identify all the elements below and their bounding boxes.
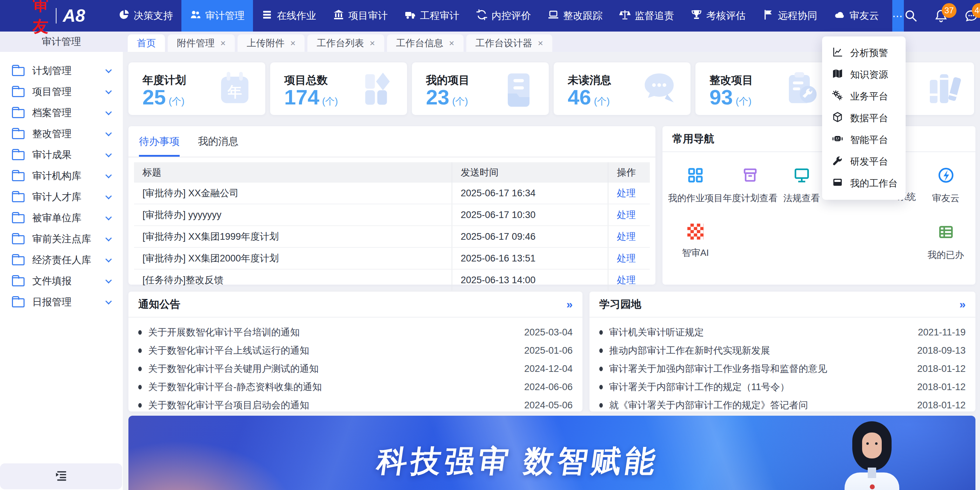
tab-workbench-designer[interactable]: 工作台设计器× xyxy=(466,34,552,52)
close-icon[interactable]: × xyxy=(290,38,296,49)
close-icon[interactable]: × xyxy=(369,38,375,49)
handle-action-link[interactable]: 处理 xyxy=(617,209,636,221)
handle-action-link[interactable]: 处理 xyxy=(617,230,636,243)
nav-item-rectification-tracking[interactable]: 整改跟踪 xyxy=(539,0,611,32)
learning-list: 审计机关审计听证规定2021-11-19 推动内部审计工作在新时代实现新发展20… xyxy=(589,317,975,414)
chevron-down-icon xyxy=(105,151,111,157)
table-row: [审批待办] XX集团2000年度计划 2025-06-16 13:51 处理 xyxy=(134,248,650,270)
notifications-bell-icon[interactable]: 37 xyxy=(934,9,948,23)
tab-home[interactable]: 首页 xyxy=(128,34,165,52)
folder-icon xyxy=(12,256,25,265)
sidebar-item-pre-audit-focus-library[interactable]: 审前关注点库 xyxy=(0,228,123,249)
sidebar-item-audit-results[interactable]: 审计成果 xyxy=(0,144,123,165)
menu-item-data-platform[interactable]: 数据平台 xyxy=(822,107,905,129)
bullet-icon xyxy=(138,348,142,353)
pie-chart-icon xyxy=(118,9,129,23)
todo-table-header: 标题 发送时间 操作 xyxy=(134,162,650,182)
list-item[interactable]: 就《审计署关于内部审计工作的规定》答记者问2018-01-12 xyxy=(589,396,975,414)
tab-upload-attachment[interactable]: 上传附件× xyxy=(237,34,305,52)
chevron-down-icon xyxy=(105,235,111,241)
nav-item-internal-control[interactable]: 内控评价 xyxy=(468,0,539,32)
tab-attachment-management[interactable]: 附件管理× xyxy=(168,34,235,52)
navbar-right-tools: 37 46 admin xyxy=(904,6,980,26)
menu-item-business-platform[interactable]: 业务平台 xyxy=(822,86,905,107)
tab-my-messages[interactable]: 我的消息 xyxy=(198,135,239,157)
menu-item-knowledge-resources[interactable]: 知识资源 xyxy=(822,64,905,86)
quick-nav-my-completed[interactable]: 我的已办 xyxy=(922,224,970,268)
shapes-icon xyxy=(357,70,396,108)
list-item[interactable]: 关于数智化审计平台-静态资料收集的通知2024-06-06 xyxy=(129,378,582,396)
menu-item-my-workbench[interactable]: 我的工作台 xyxy=(822,173,905,194)
nav-item-decision-support[interactable]: 决策支持 xyxy=(110,0,181,32)
list-item[interactable]: 关于开展数智化审计平台培训的通知2025-03-04 xyxy=(129,323,582,341)
tab-workbench-info[interactable]: 工作台信息× xyxy=(387,34,463,52)
clipboard-wrench-icon xyxy=(783,70,821,108)
search-icon[interactable] xyxy=(904,9,918,23)
calendar-icon: 年 xyxy=(215,70,254,108)
sidebar-item-economic-responsibility-library[interactable]: 经济责任人库 xyxy=(0,249,123,271)
sidebar-item-document-filing[interactable]: 文件填报 xyxy=(0,271,123,292)
more-arrow-icon[interactable]: » xyxy=(959,298,966,311)
folder-icon xyxy=(12,130,25,139)
nav-more-button[interactable]: ⋯ xyxy=(892,0,904,32)
list-item[interactable]: 关于数智化审计平台上线试运行的通知2025-01-06 xyxy=(129,341,582,360)
sidebar-item-daily-report-management[interactable]: 日报管理 xyxy=(0,292,123,312)
list-item[interactable]: 关于数智化审计平台项目启动会的通知2024-05-06 xyxy=(129,396,582,414)
nav-item-supervision[interactable]: 监督追责 xyxy=(611,0,682,32)
quick-nav-my-work-projects[interactable]: 我的作业项目 xyxy=(668,167,723,211)
sidebar-item-audit-talent-library[interactable]: 审计人才库 xyxy=(0,187,123,208)
sidebar-item-audit-org-library[interactable]: 审计机构库 xyxy=(0,165,123,187)
handle-action-link[interactable]: 处理 xyxy=(617,252,636,265)
folder-icon xyxy=(12,277,25,286)
nav-item-online-work[interactable]: 在线作业 xyxy=(253,0,325,32)
sidebar-item-plan-management[interactable]: 计划管理 xyxy=(0,60,123,81)
quick-nav-annual-plan-view[interactable]: 年度计划查看 xyxy=(723,167,778,211)
more-arrow-icon[interactable]: » xyxy=(566,298,573,311)
chevron-down-icon xyxy=(105,130,111,136)
sidebar-item-auditee-library[interactable]: 被审单位库 xyxy=(0,208,123,228)
nav-item-project-audit[interactable]: 项目审计 xyxy=(325,0,396,32)
menu-item-rd-platform[interactable]: 研发平台 xyxy=(822,151,905,173)
notices-header: 通知公告 » xyxy=(129,292,582,317)
main-nav-menu: 决策支持 审计管理 在线作业 项目审计 工程审计 内控评价 整改跟踪 监督追责 xyxy=(110,0,888,32)
list-item[interactable]: 关于数智化审计平台关键用户测试的通知2024-12-04 xyxy=(129,360,582,378)
list-item[interactable]: 审计机关审计听证规定2021-11-19 xyxy=(589,323,975,341)
bullet-icon xyxy=(599,330,603,335)
list-item[interactable]: 审计署关于内部审计工作的规定（11号令）2018-01-12 xyxy=(589,378,975,396)
nav-item-remote-collaboration[interactable]: 远程协同 xyxy=(754,0,826,32)
messages-chat-icon[interactable]: 46 xyxy=(964,9,978,23)
archive-box-icon xyxy=(742,167,759,185)
menu-item-analysis-warning[interactable]: 分析预警 xyxy=(822,42,905,64)
line-chart-icon xyxy=(832,46,843,60)
nav-item-audit-cloud[interactable]: 审友云 xyxy=(826,0,888,32)
bullet-icon xyxy=(138,330,142,335)
handle-action-link[interactable]: 处理 xyxy=(617,187,636,200)
grid-icon xyxy=(687,167,704,185)
nav-item-assessment[interactable]: 考核评估 xyxy=(682,0,754,32)
sidebar-item-rectification-management[interactable]: 整改管理 xyxy=(0,124,123,144)
handle-action-link[interactable]: 处理 xyxy=(617,274,636,286)
list-item[interactable]: 推动内部审计工作在新时代实现新发展2018-09-13 xyxy=(589,341,975,360)
logo-text-product: A8 xyxy=(63,6,85,26)
close-icon[interactable]: × xyxy=(449,38,454,49)
close-icon[interactable]: × xyxy=(538,38,543,49)
nav-item-audit-management[interactable]: 审计管理 xyxy=(181,0,253,32)
table-grid-icon xyxy=(937,224,955,242)
list-item[interactable]: 审计署关于加强内部审计工作业务指导和监督的意见2018-01-12 xyxy=(589,360,975,378)
close-icon[interactable]: × xyxy=(220,38,226,49)
quick-nav-grid: 我的作业项目 年度计划查看 法规查看 系统 审友云 智审AI xyxy=(662,152,975,268)
chevron-down-icon xyxy=(105,277,111,283)
tab-todo-items[interactable]: 待办事项 xyxy=(139,135,180,157)
nav-item-engineering-audit[interactable]: 工程审计 xyxy=(396,0,468,32)
sidebar-collapse-button[interactable] xyxy=(0,463,122,489)
quick-nav-smart-audit-ai[interactable]: 智审AI xyxy=(668,224,723,268)
chevron-down-icon xyxy=(105,172,111,178)
quick-nav-regulation-view[interactable]: 法规查看 xyxy=(778,167,826,211)
menu-item-ai-platform[interactable]: 智能平台 xyxy=(822,129,905,151)
tab-workbench-list[interactable]: 工作台列表× xyxy=(307,34,384,52)
globe-icon xyxy=(937,167,955,185)
robot-icon xyxy=(832,133,843,147)
sidebar-item-archive-management[interactable]: 档案管理 xyxy=(0,102,123,124)
robot-figure xyxy=(832,421,912,490)
sidebar-item-project-management[interactable]: 项目管理 xyxy=(0,81,123,102)
